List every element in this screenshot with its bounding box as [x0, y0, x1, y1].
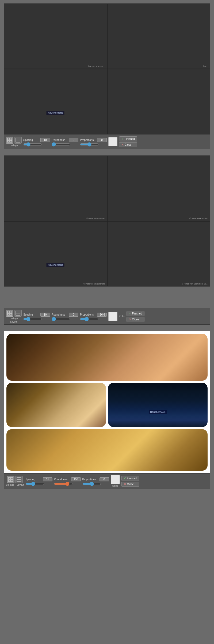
color-label-2: Color: [119, 315, 125, 318]
collage-icon-btn-1[interactable]: [6, 137, 13, 144]
color-swatch-1[interactable]: [108, 137, 117, 146]
proportions-row-1: Proportions 0: [80, 138, 107, 142]
collage-layout-icons-1: [6, 137, 22, 144]
color-swatch-3[interactable]: [111, 475, 120, 484]
close-icon-1: ✕: [121, 143, 124, 146]
action-buttons-2: ✓ Finished ✕ Close: [127, 311, 145, 322]
svg-rect-8: [10, 311, 12, 313]
collage-layout-icons-3: [7, 476, 23, 483]
svg-rect-10: [10, 313, 12, 315]
layout-icon-btn-3[interactable]: [15, 476, 23, 483]
proportions-slider-3[interactable]: [82, 482, 101, 485]
collage-grid-2: © Peter von Stamm © Peter von Stamm © Pe…: [4, 155, 210, 287]
photo-cell-2-3: © Peter von Stammers: [4, 222, 107, 286]
spacing-label-2: Spacing: [23, 313, 39, 316]
svg-rect-17: [11, 480, 13, 482]
toolbar-2: Collage Layout Spacing 10 Roundness 0: [4, 308, 210, 325]
finished-label-2: Finished: [132, 312, 142, 315]
finished-button-2[interactable]: ✓ Finished: [127, 311, 145, 316]
toolbar-3: Collage Layout Spacing 31 Roundness 158: [4, 473, 210, 489]
spacing-value-1: 10: [40, 138, 50, 142]
close-button-1[interactable]: ✕ Close: [119, 142, 137, 147]
close-label-1: Close: [125, 143, 132, 146]
photo-cell-2: © P...: [108, 4, 210, 69]
check-icon-2: ✓: [129, 312, 131, 315]
collage-layout-icons-2: [6, 310, 22, 317]
finished-button-1[interactable]: ✓ Finished: [119, 136, 137, 141]
svg-rect-0: [7, 138, 9, 140]
close-button-2[interactable]: ✕ Close: [127, 317, 145, 322]
svg-rect-14: [9, 477, 10, 479]
spacing-label-3: Spacing: [26, 478, 42, 481]
close-label-3: Close: [127, 483, 134, 486]
roundness-group-2: Roundness 0: [52, 313, 78, 320]
photo-cell-2-1: © Peter von Stamm: [4, 156, 107, 221]
section-3-padding: Collage Layout Spacing 31 Roundness 158: [0, 328, 214, 492]
svg-rect-1: [10, 138, 12, 140]
layout-label-3: Layout: [17, 484, 24, 486]
proportions-slider-2[interactable]: [80, 318, 99, 320]
proportions-group-1: Proportions 0: [80, 138, 107, 146]
section-2: © Peter von Stamm © Peter von Stamm © Pe…: [0, 152, 214, 328]
section-2-padding: © Peter von Stamm © Peter von Stamm © Pe…: [0, 152, 214, 328]
close-button-3[interactable]: ✕ Close: [121, 482, 140, 487]
proportions-row-2: Proportions -36.6: [80, 313, 107, 317]
action-buttons-3: ✓ Finished ✕ Close: [121, 476, 140, 487]
spacing-slider-3[interactable]: [26, 482, 44, 485]
photo-cell-3-middle-left: [6, 383, 106, 427]
proportions-label-3: Proportions: [82, 478, 98, 481]
watermark-1: © Peter von Sta...: [88, 65, 105, 68]
spacing-row-2: Spacing 10: [23, 313, 50, 317]
spacing-group-1: Spacing 10: [23, 138, 50, 146]
roundness-slider-3[interactable]: [54, 482, 73, 485]
color-swatch-2[interactable]: [108, 312, 117, 321]
watermark-2: © P...: [203, 65, 208, 68]
spacing-group-2: Spacing 10: [23, 313, 50, 320]
roundness-value-3: 158: [71, 477, 81, 481]
layout-icon-btn-2[interactable]: [14, 310, 22, 317]
roundness-row-1: Roundness 0: [52, 138, 78, 142]
collage-layout-group-3: Collage Layout: [6, 476, 24, 486]
section-1: © Peter von Sta... © P...: [0, 0, 214, 152]
collage-label-2: Collage: [10, 317, 18, 320]
collage-icon-btn-3[interactable]: [7, 476, 14, 483]
finished-label-3: Finished: [127, 477, 137, 480]
photo-cell-2-2: © Peter von Stamm: [108, 156, 210, 221]
collage-layout-group-1: Collage: [6, 137, 22, 147]
watermark-2-1: © Peter von Stamm: [86, 217, 105, 220]
roundness-row-3: Roundness 158: [54, 477, 81, 481]
proportions-value-2: -36.6: [97, 313, 107, 317]
roundness-slider-2[interactable]: [52, 318, 70, 320]
collage-grid-3: [4, 331, 210, 473]
photo-cell-3-bottom: [6, 429, 208, 471]
photo-cell-4: [108, 69, 210, 134]
check-icon-3: ✓: [124, 477, 126, 480]
roundness-slider-1[interactable]: [52, 143, 70, 146]
spacing-value-2: 10: [40, 313, 50, 317]
photo-cell-3-middle-right: [108, 383, 208, 427]
roundness-value-2: 0: [69, 313, 78, 317]
color-label-3: Color: [112, 485, 118, 487]
finished-button-3[interactable]: ✓ Finished: [121, 476, 140, 481]
roundness-row-2: Roundness 0: [52, 313, 78, 317]
layout-label-2: Layout: [10, 320, 17, 323]
collage-layout-group-2: Collage Layout: [6, 310, 22, 323]
svg-rect-16: [9, 480, 10, 482]
watermark-2-3: © Peter von Stammers: [83, 283, 105, 285]
check-icon-1: ✓: [121, 137, 124, 140]
section-1-padding: © Peter von Sta... © P...: [0, 0, 214, 152]
photo-cell-3-top: [6, 334, 208, 381]
proportions-label-2: Proportions: [80, 313, 96, 316]
spacer-2: [4, 287, 210, 308]
collage-icon-btn-2[interactable]: [6, 310, 13, 317]
proportions-slider-1[interactable]: [80, 143, 99, 146]
roundness-label-2: Roundness: [52, 313, 68, 316]
proportions-value-1: 0: [97, 138, 107, 142]
collage-grid-1: © Peter von Sta... © P...: [4, 3, 210, 134]
watermark-2-4: © Peter von Stammers 20...: [182, 283, 208, 285]
spacing-slider-1[interactable]: [23, 143, 42, 146]
spacing-slider-2[interactable]: [23, 318, 42, 320]
section-3: Collage Layout Spacing 31 Roundness 158: [0, 328, 214, 492]
layout-icon-btn-1[interactable]: [14, 137, 22, 144]
spacing-row-3: Spacing 31: [26, 477, 52, 481]
